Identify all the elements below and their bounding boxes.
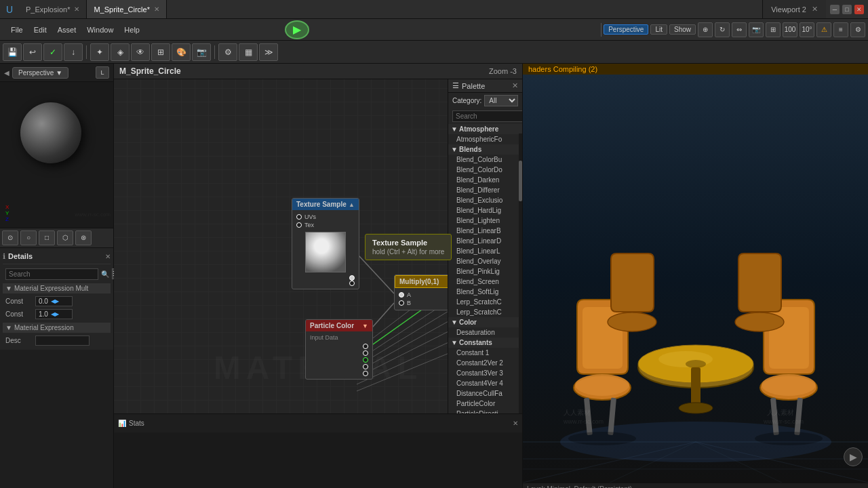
- view-icon-2[interactable]: ○: [20, 230, 37, 245]
- viewport2-tab-close[interactable]: ✕: [812, 5, 818, 14]
- palette-item-blend-colordo[interactable]: Blend_ColorDo: [448, 165, 522, 175]
- play-button[interactable]: ▶: [285, 20, 309, 39]
- viewport-forward-btn[interactable]: ▶: [844, 447, 863, 466]
- grid-tool-main[interactable]: ⊞: [151, 43, 170, 61]
- const-input-0[interactable]: 0.0 ◀▶: [35, 296, 73, 306]
- tex-pin[interactable]: [296, 222, 302, 228]
- palette-item-desaturation[interactable]: Desaturation: [448, 327, 522, 338]
- view-icon-5[interactable]: ⊛: [75, 230, 92, 245]
- fov-1[interactable]: 100: [783, 22, 797, 37]
- maximize-button[interactable]: □: [842, 5, 852, 14]
- palette-search-input[interactable]: [452, 110, 522, 122]
- layout-tool[interactable]: ▦: [239, 43, 258, 61]
- const-spinner-0[interactable]: ◀▶: [51, 298, 59, 304]
- palette-item-blend-differer[interactable]: Blend_Differer: [448, 185, 522, 195]
- scale-tool[interactable]: ⇔: [732, 22, 747, 37]
- close-button[interactable]: ✕: [854, 5, 864, 14]
- transform-tool[interactable]: ✦: [90, 43, 109, 61]
- apply-tool[interactable]: ✓: [43, 43, 62, 61]
- palette-item-blend-lineard[interactable]: Blend_LinearD: [448, 236, 522, 246]
- output-pin-2[interactable]: [349, 281, 355, 286]
- section-material-expression[interactable]: ▼ Material Expression: [3, 323, 111, 333]
- palette-item-blend-linearl[interactable]: Blend_LinearL: [448, 246, 522, 256]
- stats-close[interactable]: ✕: [513, 420, 518, 427]
- palette-item-constant3[interactable]: Constant3Ver 3: [448, 368, 522, 378]
- perspective-button[interactable]: Perspective: [604, 24, 648, 35]
- tab-m-sprite-circle[interactable]: M_Sprite_Circle* ✕: [87, 0, 167, 18]
- palette-item-blend-screen[interactable]: Blend_Screen: [448, 277, 522, 287]
- pc-out-5[interactable]: [363, 371, 368, 376]
- minimize-button[interactable]: ─: [830, 5, 840, 14]
- paint-tool[interactable]: 🎨: [172, 43, 191, 61]
- palette-section-blends[interactable]: ▼ Blends: [448, 144, 522, 155]
- palette-item-constant2[interactable]: Constant2Ver 2: [448, 358, 522, 368]
- section-material-expr-mult[interactable]: ▼ Material Expression Mult: [3, 283, 111, 293]
- details-close[interactable]: ✕: [105, 253, 111, 260]
- view-icon-1[interactable]: ⊙: [2, 230, 18, 245]
- view-icon-3[interactable]: □: [39, 230, 55, 245]
- b-pin[interactable]: [399, 300, 404, 306]
- camera-tool[interactable]: 📷: [749, 22, 764, 37]
- show-button[interactable]: Show: [669, 24, 696, 35]
- const-input-1[interactable]: 1.0 ◀▶: [35, 309, 73, 319]
- palette-item-blend-overlay[interactable]: Blend_Overlay: [448, 256, 522, 266]
- palette-item-lerp-2[interactable]: Lerp_ScratchC: [448, 307, 522, 317]
- texture-collapse[interactable]: ▲: [349, 201, 355, 208]
- settings-tool[interactable]: ⚙: [218, 43, 237, 61]
- grid-tool[interactable]: ⊞: [766, 22, 781, 37]
- palette-item-atmosphericfo[interactable]: AtmosphericFo: [448, 134, 522, 144]
- warning-icon[interactable]: ⚠: [816, 22, 831, 37]
- tab-p-explosion[interactable]: P_Explosion* ✕: [19, 0, 87, 18]
- a-pin[interactable]: [399, 292, 404, 298]
- pc-out-2[interactable]: [363, 350, 368, 356]
- camera-tool-main[interactable]: 📷: [192, 43, 211, 61]
- rotate-tool[interactable]: ↻: [715, 22, 730, 37]
- collapse-icon[interactable]: ◀: [4, 69, 9, 77]
- lit-button[interactable]: Lit: [650, 24, 667, 35]
- pc-out-1[interactable]: [363, 344, 368, 349]
- viewport2-scene[interactable]: 人人素材 www.rr-sc.com 人人素材 www.rr-sc.com ▶: [523, 75, 868, 483]
- const-spinner-1[interactable]: ◀▶: [51, 311, 59, 317]
- scrollbar-thumb[interactable]: [519, 161, 522, 201]
- details-search-input[interactable]: [5, 268, 98, 280]
- output-pin-1[interactable]: [349, 275, 355, 281]
- palette-section-constants[interactable]: ▼ Constants: [448, 338, 522, 348]
- palette-scrollbar[interactable]: [519, 134, 522, 413]
- extra-tool[interactable]: ≫: [259, 43, 278, 61]
- pc-out-3[interactable]: [363, 357, 368, 363]
- vp-settings[interactable]: L: [96, 66, 109, 79]
- menu-file[interactable]: File: [5, 24, 28, 35]
- fov-2[interactable]: 10°: [800, 22, 814, 37]
- palette-item-blend-lighten[interactable]: Blend_Lighten: [448, 216, 522, 226]
- perspective-button-left[interactable]: Perspective ▼: [12, 67, 68, 79]
- desc-input[interactable]: [35, 336, 90, 346]
- palette-item-blend-exclusio[interactable]: Blend_Exclusio: [448, 195, 522, 205]
- tab-close-2[interactable]: ✕: [154, 5, 159, 13]
- palette-item-particlecolor[interactable]: ParticleColor: [448, 399, 522, 409]
- palette-item-lerp-1[interactable]: Lerp_ScratchC: [448, 297, 522, 307]
- palette-item-blend-darken[interactable]: Blend_Darken: [448, 175, 522, 185]
- save-tool[interactable]: 💾: [3, 43, 22, 61]
- palette-item-blend-hardlig[interactable]: Blend_HardLig: [448, 205, 522, 216]
- view-icon-4[interactable]: ⬡: [57, 230, 73, 245]
- palette-item-constant[interactable]: Constant 1: [448, 348, 522, 358]
- menu-asset[interactable]: Asset: [52, 24, 82, 35]
- menu-edit[interactable]: Edit: [28, 24, 52, 35]
- undo-tool[interactable]: ↩: [23, 43, 42, 61]
- import-tool[interactable]: ↓: [64, 43, 83, 61]
- palette-item-blend-colorbu[interactable]: Blend_ColorBu: [448, 155, 522, 165]
- view-tool[interactable]: 👁: [131, 43, 150, 61]
- pc-out-4[interactable]: [363, 364, 368, 369]
- palette-item-particledirecti[interactable]: ParticleDirecti: [448, 409, 522, 413]
- palette-item-constant4[interactable]: Constant4Ver 4: [448, 378, 522, 388]
- extra-tool-1[interactable]: ≡: [833, 22, 848, 37]
- palette-item-blend-linearb[interactable]: Blend_LinearB: [448, 226, 522, 236]
- palette-item-distancecull[interactable]: DistanceCullFa: [448, 388, 522, 399]
- pc-collapse[interactable]: ▼: [362, 323, 368, 329]
- palette-section-color[interactable]: ▼ Color: [448, 317, 522, 327]
- palette-section-atmosphere[interactable]: ▼ Atmosphere: [448, 124, 522, 134]
- extra-tool-2[interactable]: ⚙: [850, 22, 865, 37]
- tab-close-1[interactable]: ✕: [74, 5, 79, 13]
- move-tool[interactable]: ⊕: [698, 22, 713, 37]
- palette-item-blend-pinklig[interactable]: Blend_PinkLig: [448, 266, 522, 277]
